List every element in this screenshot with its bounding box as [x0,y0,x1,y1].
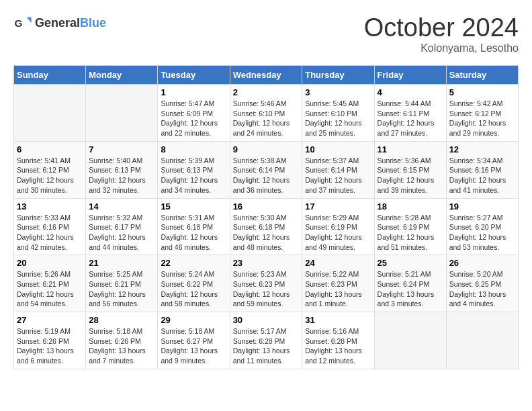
day-info: Sunrise: 5:29 AMSunset: 6:19 PMDaylight:… [305,213,371,253]
day-info: Sunrise: 5:18 AMSunset: 6:26 PMDaylight:… [89,326,154,366]
calendar-week-4: 20Sunrise: 5:26 AMSunset: 6:21 PMDayligh… [14,255,519,312]
calendar-cell: 8Sunrise: 5:39 AMSunset: 6:13 PMDaylight… [158,141,230,198]
calendar-cell: 15Sunrise: 5:31 AMSunset: 6:18 PMDayligh… [158,198,230,255]
day-number: 24 [305,258,371,268]
calendar-cell: 13Sunrise: 5:33 AMSunset: 6:16 PMDayligh… [14,198,86,255]
svg-marker-1 [27,17,32,23]
day-number: 21 [89,258,154,268]
day-info: Sunrise: 5:40 AMSunset: 6:13 PMDaylight:… [89,156,154,195]
day-info: Sunrise: 5:33 AMSunset: 6:16 PMDaylight:… [17,213,83,253]
day-info: Sunrise: 5:44 AMSunset: 6:11 PMDaylight:… [378,99,443,138]
day-info: Sunrise: 5:20 AMSunset: 6:25 PMDaylight:… [449,269,515,309]
day-number: 25 [378,258,443,268]
calendar-week-5: 27Sunrise: 5:19 AMSunset: 6:26 PMDayligh… [14,312,519,369]
calendar-cell [86,85,158,142]
logo: G General Blue [13,13,106,32]
day-number: 27 [17,315,83,325]
calendar-week-1: 1Sunrise: 5:47 AMSunset: 6:09 PMDaylight… [14,85,519,142]
calendar-week-2: 6Sunrise: 5:41 AMSunset: 6:12 PMDaylight… [14,141,519,198]
day-number: 11 [378,144,443,154]
day-number: 20 [17,258,83,268]
day-info: Sunrise: 5:39 AMSunset: 6:13 PMDaylight:… [161,156,226,195]
logo-icon: G [13,13,32,32]
location-subtitle: Kolonyama, Lesotho [364,42,519,54]
calendar-cell: 23Sunrise: 5:23 AMSunset: 6:23 PMDayligh… [230,255,302,312]
calendar-cell: 22Sunrise: 5:24 AMSunset: 6:22 PMDayligh… [158,255,230,312]
calendar-cell: 20Sunrise: 5:26 AMSunset: 6:21 PMDayligh… [14,255,86,312]
calendar-cell: 28Sunrise: 5:18 AMSunset: 6:26 PMDayligh… [86,312,158,369]
header-monday: Monday [86,66,158,85]
day-number: 2 [233,87,300,97]
day-number: 29 [161,315,226,325]
day-number: 7 [89,144,154,154]
calendar-cell: 5Sunrise: 5:42 AMSunset: 6:12 PMDaylight… [446,85,518,142]
header-saturday: Saturday [446,66,518,85]
day-number: 31 [305,315,371,325]
day-info: Sunrise: 5:18 AMSunset: 6:27 PMDaylight:… [161,326,226,366]
day-info: Sunrise: 5:34 AMSunset: 6:16 PMDaylight:… [449,156,515,195]
day-number: 8 [161,144,226,154]
calendar-cell: 10Sunrise: 5:37 AMSunset: 6:14 PMDayligh… [302,141,374,198]
day-number: 3 [305,87,371,97]
day-number: 22 [161,258,226,268]
month-title: October 2024 [364,13,519,42]
calendar-cell: 9Sunrise: 5:38 AMSunset: 6:14 PMDaylight… [230,141,302,198]
day-info: Sunrise: 5:46 AMSunset: 6:10 PMDaylight:… [233,99,300,138]
calendar-cell: 3Sunrise: 5:45 AMSunset: 6:10 PMDaylight… [302,85,374,142]
day-number: 23 [233,258,300,268]
day-info: Sunrise: 5:37 AMSunset: 6:14 PMDaylight:… [305,156,371,195]
logo-text-general: General [35,16,80,30]
day-info: Sunrise: 5:28 AMSunset: 6:19 PMDaylight:… [378,213,443,253]
calendar-cell: 6Sunrise: 5:41 AMSunset: 6:12 PMDaylight… [14,141,86,198]
header-friday: Friday [374,66,446,85]
day-number: 19 [449,201,515,212]
day-info: Sunrise: 5:17 AMSunset: 6:28 PMDaylight:… [233,326,300,366]
day-info: Sunrise: 5:26 AMSunset: 6:21 PMDaylight:… [17,269,83,309]
day-number: 13 [17,201,83,212]
day-info: Sunrise: 5:42 AMSunset: 6:12 PMDaylight:… [449,99,515,138]
day-info: Sunrise: 5:31 AMSunset: 6:18 PMDaylight:… [161,213,226,253]
day-number: 28 [89,315,154,325]
calendar-cell: 31Sunrise: 5:16 AMSunset: 6:28 PMDayligh… [302,312,374,369]
day-info: Sunrise: 5:16 AMSunset: 6:28 PMDaylight:… [305,326,371,366]
calendar-cell [374,312,446,369]
calendar-cell: 25Sunrise: 5:21 AMSunset: 6:24 PMDayligh… [374,255,446,312]
header-row: Sunday Monday Tuesday Wednesday Thursday… [14,66,519,85]
calendar-cell: 27Sunrise: 5:19 AMSunset: 6:26 PMDayligh… [14,312,86,369]
day-info: Sunrise: 5:27 AMSunset: 6:20 PMDaylight:… [449,213,515,253]
calendar-cell: 18Sunrise: 5:28 AMSunset: 6:19 PMDayligh… [374,198,446,255]
day-info: Sunrise: 5:22 AMSunset: 6:23 PMDaylight:… [305,269,371,309]
day-number: 10 [305,144,371,154]
day-info: Sunrise: 5:45 AMSunset: 6:10 PMDaylight:… [305,99,371,138]
day-number: 12 [449,144,515,154]
calendar-cell [446,312,518,369]
svg-text:G: G [14,17,22,29]
calendar-cell: 11Sunrise: 5:36 AMSunset: 6:15 PMDayligh… [374,141,446,198]
day-info: Sunrise: 5:19 AMSunset: 6:26 PMDaylight:… [17,326,83,366]
title-block: October 2024 Kolonyama, Lesotho [364,13,519,54]
logo-text-blue: Blue [80,16,106,30]
day-info: Sunrise: 5:25 AMSunset: 6:21 PMDaylight:… [89,269,154,309]
calendar-cell: 24Sunrise: 5:22 AMSunset: 6:23 PMDayligh… [302,255,374,312]
day-info: Sunrise: 5:21 AMSunset: 6:24 PMDaylight:… [378,269,443,309]
calendar-cell: 19Sunrise: 5:27 AMSunset: 6:20 PMDayligh… [446,198,518,255]
calendar-cell [14,85,86,142]
header-sunday: Sunday [14,66,86,85]
header-tuesday: Tuesday [158,66,230,85]
day-info: Sunrise: 5:47 AMSunset: 6:09 PMDaylight:… [161,99,226,138]
calendar-cell: 2Sunrise: 5:46 AMSunset: 6:10 PMDaylight… [230,85,302,142]
header-wednesday: Wednesday [230,66,302,85]
calendar-cell: 21Sunrise: 5:25 AMSunset: 6:21 PMDayligh… [86,255,158,312]
calendar-body: 1Sunrise: 5:47 AMSunset: 6:09 PMDaylight… [14,85,519,369]
calendar-cell: 4Sunrise: 5:44 AMSunset: 6:11 PMDaylight… [374,85,446,142]
day-number: 14 [89,201,154,212]
day-info: Sunrise: 5:23 AMSunset: 6:23 PMDaylight:… [233,269,300,309]
calendar-cell: 1Sunrise: 5:47 AMSunset: 6:09 PMDaylight… [158,85,230,142]
day-number: 17 [305,201,371,212]
day-number: 15 [161,201,226,212]
day-number: 18 [378,201,443,212]
page-header: G General Blue October 2024 Kolonyama, L… [13,13,519,54]
day-number: 26 [449,258,515,268]
day-info: Sunrise: 5:41 AMSunset: 6:12 PMDaylight:… [17,156,83,195]
day-number: 4 [378,87,443,97]
